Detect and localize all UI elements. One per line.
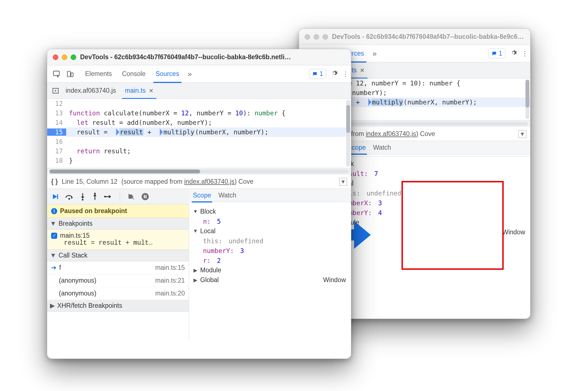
breakpoint-item[interactable]: ✓main.ts:15 result = result + mult…: [47, 230, 189, 250]
scope-body: ▼Block n: 5 ▼Local this: undefined numbe…: [189, 204, 351, 287]
call-stack-frame[interactable]: (anonymous) main.ts:21: [47, 274, 189, 287]
debug-toolbar: [47, 189, 189, 204]
zoom-icon[interactable]: [322, 34, 328, 40]
section-call-stack[interactable]: ▼Call Stack: [47, 250, 189, 261]
issues-badge[interactable]: 1: [309, 69, 326, 79]
gutter-line[interactable]: 14: [47, 119, 66, 126]
issues-count: 1: [499, 50, 502, 57]
gutter-line[interactable]: 17: [47, 147, 66, 155]
breakpoint-code: result = result + mult…: [64, 239, 185, 247]
info-icon: i: [51, 208, 57, 214]
debug-panels: i Paused on breakpoint ▼Breakpoints ✓mai…: [47, 204, 351, 341]
section-xhr[interactable]: ▶XHR/fetch Breakpoints: [47, 300, 189, 312]
scrollbar[interactable]: [346, 100, 350, 167]
call-stack-loc: main.ts:15: [155, 264, 185, 271]
svg-point-8: [68, 198, 70, 200]
window-title: DevTools - 62c6b934c4b7f676049af4b7--buc…: [80, 53, 345, 61]
gear-icon[interactable]: [510, 49, 517, 58]
source-map-link[interactable]: index.af063740.js: [184, 178, 235, 185]
message-icon: [491, 51, 497, 56]
scope-var-numberY: numberY:: [203, 247, 234, 254]
minimize-icon[interactable]: [314, 34, 319, 40]
gutter-line[interactable]: 13: [47, 109, 66, 117]
call-stack-frame[interactable]: (anonymous) main.ts:20: [47, 287, 189, 300]
call-stack-loc: main.ts:20: [155, 290, 185, 297]
step-into-icon[interactable]: [80, 193, 86, 201]
svg-point-11: [104, 196, 106, 197]
file-tabs: index.af063740.js main.ts ✕: [47, 83, 351, 99]
status-bar: { } Line 15, Column 12 (source mapped fr…: [47, 175, 351, 189]
message-icon: [312, 71, 318, 77]
svg-point-10: [94, 193, 96, 194]
call-stack-frame[interactable]: ➔f main.ts:15: [47, 261, 189, 274]
paused-banner: i Paused on breakpoint: [47, 204, 189, 218]
svg-rect-5: [71, 73, 73, 77]
file-tab-label: index.af063740.js: [66, 87, 116, 94]
device-icon[interactable]: [64, 68, 76, 80]
coverage-icon[interactable]: ▾: [518, 130, 526, 138]
source-map-link[interactable]: index.af063740.js: [366, 130, 416, 137]
close-icon[interactable]: [53, 54, 58, 60]
gutter-line[interactable]: 15: [47, 128, 66, 136]
left-pane: i Paused on breakpoint ▼Breakpoints ✓mai…: [47, 204, 189, 341]
window-title: DevTools - 62c6b934c4b7f676049af4b7--buc…: [332, 33, 525, 40]
scope-var-this: this:: [203, 237, 222, 245]
close-icon[interactable]: ✕: [149, 87, 154, 94]
step-icon[interactable]: [104, 193, 113, 200]
tab-sources[interactable]: Sources: [150, 65, 184, 83]
file-tab-index[interactable]: index.af063740.js: [61, 83, 120, 99]
minimize-icon[interactable]: [62, 54, 67, 60]
tab-console[interactable]: Console: [117, 65, 150, 83]
step-out-icon[interactable]: [92, 193, 98, 201]
file-tab-label: main.ts: [125, 87, 145, 94]
section-breakpoints[interactable]: ▼Breakpoints: [47, 218, 189, 230]
more-tabs-icon[interactable]: »: [369, 49, 380, 58]
inspect-icon[interactable]: [51, 68, 62, 80]
svg-point-12: [142, 193, 149, 200]
pretty-print-icon[interactable]: { }: [51, 178, 58, 185]
scope-var-n: n:: [203, 218, 211, 225]
coverage-icon[interactable]: ▾: [339, 178, 347, 186]
svg-rect-14: [145, 195, 147, 198]
devtools-tabs: Elements Console Sources » 1 ⋮: [47, 65, 351, 83]
code-editor[interactable]: 12 13function calculate(numberX = 12, nu…: [47, 99, 351, 168]
gutter-line[interactable]: 18: [47, 157, 66, 164]
svg-point-9: [82, 199, 83, 201]
file-tab-main[interactable]: main.ts ✕: [120, 83, 158, 99]
gutter-line[interactable]: 16: [47, 138, 66, 145]
pause-icon[interactable]: [141, 193, 149, 201]
tab-watch[interactable]: Watch: [373, 141, 391, 154]
close-icon[interactable]: ✕: [360, 67, 365, 74]
step-target-chip: multiply: [371, 99, 403, 106]
deactivate-breakpoints-icon[interactable]: [127, 193, 135, 200]
tab-watch[interactable]: Watch: [218, 189, 236, 202]
kebab-icon[interactable]: ⋮: [522, 50, 527, 57]
more-tabs-icon[interactable]: »: [184, 70, 195, 78]
issues-badge[interactable]: 1: [488, 49, 505, 58]
h-scrollbar[interactable]: [47, 168, 351, 175]
scrollbar[interactable]: [525, 80, 529, 119]
traffic-lights: [305, 34, 328, 40]
zoom-icon[interactable]: [71, 54, 76, 60]
resume-icon[interactable]: [51, 193, 59, 200]
tab-elements[interactable]: Elements: [80, 65, 117, 83]
close-icon[interactable]: [305, 34, 310, 40]
scope-global[interactable]: Global: [200, 276, 219, 284]
step-over-icon[interactable]: [65, 193, 73, 200]
titlebar[interactable]: DevTools - 62c6b934c4b7f676049af4b7--buc…: [47, 49, 351, 65]
gear-icon[interactable]: [331, 70, 338, 78]
checkbox-icon[interactable]: ✓: [51, 233, 57, 239]
svg-rect-3: [53, 71, 59, 75]
svg-rect-7: [57, 194, 58, 199]
kebab-icon[interactable]: ⋮: [342, 70, 348, 78]
code-text: (numberX, numberY);: [403, 99, 477, 106]
scope-local[interactable]: Local: [200, 227, 216, 235]
scope-block[interactable]: Block: [200, 208, 216, 215]
tab-scope[interactable]: Scope: [193, 189, 211, 202]
navigator-icon[interactable]: [50, 85, 61, 96]
titlebar[interactable]: DevTools - 62c6b934c4b7f676049af4b7--buc…: [299, 29, 530, 45]
scope-module[interactable]: Module: [200, 266, 221, 274]
step-target-chip: multiply: [163, 128, 195, 136]
devtools-window-before: DevTools - 62c6b934c4b7f676049af4b7--buc…: [47, 49, 351, 359]
gutter-line[interactable]: 12: [47, 100, 66, 107]
